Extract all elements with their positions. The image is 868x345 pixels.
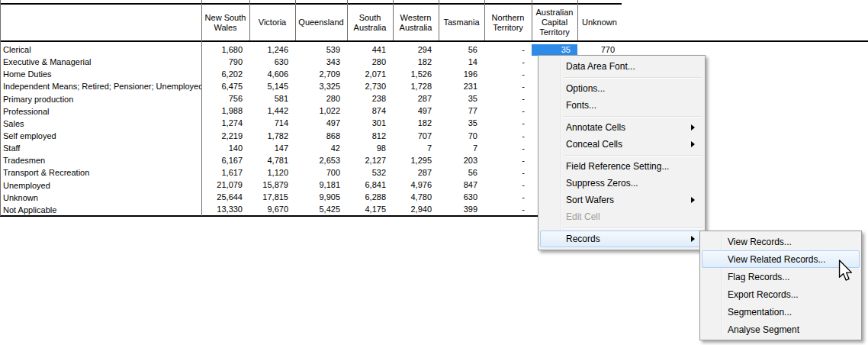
table-cell[interactable]: 147 <box>249 143 295 154</box>
table-cell[interactable]: 301 <box>347 118 393 129</box>
table-cell[interactable]: 812 <box>347 131 393 142</box>
table-cell[interactable]: 1,295 <box>393 155 439 166</box>
table-cell[interactable]: 1,246 <box>249 44 295 56</box>
table-cell[interactable]: - <box>484 44 532 56</box>
row-label[interactable]: Independent Means; Retired; Pensioner; U… <box>0 82 201 91</box>
column-header[interactable]: Northern Territory <box>485 5 531 40</box>
table-cell[interactable]: 441 <box>347 44 393 56</box>
table-cell[interactable]: 17,815 <box>249 192 295 203</box>
table-cell[interactable]: 1,442 <box>249 105 295 117</box>
table-cell[interactable]: 280 <box>295 93 347 105</box>
table-cell[interactable]: 874 <box>347 105 393 117</box>
table-cell[interactable]: 35 <box>439 118 484 129</box>
table-cell[interactable]: 294 <box>393 44 439 56</box>
table-cell[interactable]: - <box>484 179 532 191</box>
menu-item-conceal-cells[interactable]: Conceal Cells <box>540 136 703 153</box>
menu-item-sort-wafers[interactable]: Sort Wafers <box>540 192 703 208</box>
table-cell[interactable]: 287 <box>393 93 439 105</box>
table-cell[interactable]: 2,127 <box>347 155 393 166</box>
menu-item-flag-records[interactable]: Flag Records... <box>702 268 860 285</box>
table-cell[interactable]: 7 <box>393 143 439 154</box>
table-cell[interactable]: 15,879 <box>249 179 295 191</box>
table-cell[interactable]: - <box>484 69 532 80</box>
table-cell[interactable]: 140 <box>201 143 249 154</box>
table-cell[interactable]: 532 <box>347 167 393 179</box>
table-cell[interactable]: 2,219 <box>201 131 249 142</box>
table-cell[interactable]: 182 <box>393 118 439 129</box>
table-cell[interactable]: 6,167 <box>201 155 249 166</box>
table-cell[interactable]: - <box>484 93 532 105</box>
row-label[interactable]: Sales <box>0 119 201 128</box>
table-cell[interactable]: 4,781 <box>249 155 295 166</box>
table-cell[interactable]: 2,653 <box>295 155 347 166</box>
menu-item-view-records[interactable]: View Records... <box>702 233 860 250</box>
menu-item-annotate-cells[interactable]: Annotate Cells <box>540 119 703 136</box>
table-cell[interactable]: - <box>484 118 532 129</box>
table-cell[interactable]: 35 <box>439 93 484 105</box>
table-cell[interactable]: 1,728 <box>393 81 439 92</box>
table-cell[interactable]: 1,782 <box>249 131 295 142</box>
table-cell[interactable]: 1,274 <box>201 118 249 129</box>
menu-item-analyse-segment[interactable]: Analyse Segment <box>702 321 860 338</box>
menu-item-view-related-records[interactable]: View Related Records... <box>702 250 860 268</box>
table-cell[interactable]: 196 <box>439 69 484 80</box>
menu-item-export-records[interactable]: Export Records... <box>702 285 860 303</box>
table-cell[interactable]: 56 <box>439 44 484 56</box>
table-cell[interactable]: - <box>484 143 532 154</box>
table-cell[interactable]: 98 <box>347 143 393 154</box>
table-cell[interactable]: 1,526 <box>393 69 439 80</box>
table-cell[interactable]: 1,120 <box>249 167 295 179</box>
table-cell[interactable]: 2,709 <box>295 69 347 80</box>
table-cell[interactable]: 13,330 <box>201 204 249 215</box>
table-cell[interactable]: - <box>484 204 532 215</box>
table-cell[interactable]: 4,175 <box>347 204 393 215</box>
row-label[interactable]: Unemployed <box>0 181 201 190</box>
table-cell[interactable]: 4,606 <box>249 69 295 80</box>
column-header[interactable]: Australian Capital Territory <box>532 5 577 40</box>
table-cell[interactable]: 238 <box>347 93 393 105</box>
table-cell[interactable]: 343 <box>295 56 347 68</box>
table-cell[interactable]: 6,841 <box>347 179 393 191</box>
table-cell[interactable]: 4,780 <box>393 192 439 203</box>
menu-item-records[interactable]: Records <box>540 231 703 247</box>
table-cell[interactable]: 714 <box>249 118 295 129</box>
column-header[interactable]: Western Australia <box>394 5 438 40</box>
table-cell[interactable]: 5,145 <box>249 81 295 92</box>
table-cell[interactable]: - <box>484 105 532 117</box>
table-cell[interactable]: 14 <box>439 56 484 68</box>
table-cell[interactable]: - <box>484 167 532 179</box>
table-cell[interactable]: 1,617 <box>201 167 249 179</box>
table-cell[interactable]: 497 <box>295 118 347 129</box>
table-cell[interactable]: 868 <box>295 131 347 142</box>
table-cell[interactable]: 790 <box>201 56 249 68</box>
table-cell[interactable]: 280 <box>347 56 393 68</box>
table-cell[interactable]: - <box>484 155 532 166</box>
table-cell[interactable]: 3,325 <box>295 81 347 92</box>
menu-item-options[interactable]: Options... <box>540 80 703 97</box>
table-cell[interactable]: 21,079 <box>201 179 249 191</box>
table-cell[interactable]: - <box>484 192 532 203</box>
table-cell[interactable]: 1,680 <box>201 44 249 56</box>
table-cell[interactable]: 9,670 <box>249 204 295 215</box>
table-cell[interactable]: 630 <box>439 192 484 203</box>
row-label[interactable]: Professional <box>0 107 201 116</box>
table-cell[interactable]: 770 <box>577 44 622 56</box>
column-header[interactable]: South Australia <box>348 5 392 40</box>
table-cell[interactable]: 77 <box>439 105 484 117</box>
table-cell[interactable]: 9,905 <box>295 192 347 203</box>
table-cell[interactable]: - <box>484 56 532 68</box>
table-cell[interactable]: 399 <box>439 204 484 215</box>
row-label[interactable]: Not Applicable <box>0 205 201 214</box>
column-header[interactable]: Tasmania <box>439 5 484 40</box>
row-label[interactable]: Transport & Recreation <box>0 168 201 177</box>
selected-cell[interactable]: 35 <box>532 44 577 56</box>
menu-item-field-reference-setting[interactable]: Field Reference Setting... <box>540 158 703 175</box>
row-label[interactable]: Clerical <box>0 45 201 54</box>
row-label[interactable]: Self employed <box>0 131 201 140</box>
table-cell[interactable]: 539 <box>295 44 347 56</box>
table-cell[interactable]: 2,730 <box>347 81 393 92</box>
table-cell[interactable]: 497 <box>393 105 439 117</box>
table-cell[interactable]: 6,288 <box>347 192 393 203</box>
table-cell[interactable]: 847 <box>439 179 484 191</box>
table-cell[interactable]: 287 <box>393 167 439 179</box>
